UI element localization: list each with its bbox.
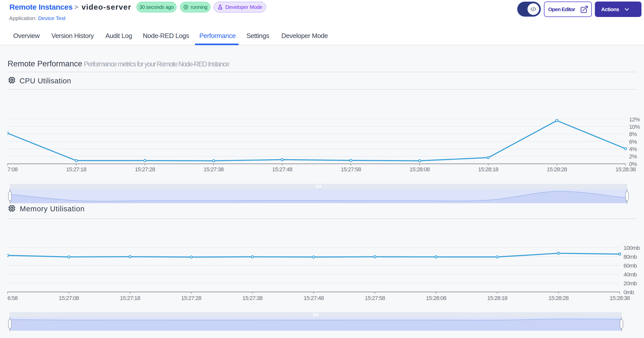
svg-text:6:58: 6:58 [8, 295, 18, 301]
svg-text:15:27:28: 15:27:28 [135, 166, 155, 173]
svg-text:2%: 2% [629, 153, 637, 160]
svg-text:15:28:08: 15:28:08 [409, 166, 430, 173]
svg-text:15:28:38: 15:28:38 [615, 166, 636, 173]
svg-text:10%: 10% [629, 124, 640, 130]
svg-text:7:08: 7:08 [8, 166, 18, 173]
svg-text:60mb: 60mb [623, 262, 637, 269]
svg-text:12%: 12% [629, 116, 640, 123]
svg-text:15:28:08: 15:28:08 [426, 295, 446, 301]
svg-text:15:28:28: 15:28:28 [547, 166, 567, 173]
svg-text:15:27:58: 15:27:58 [365, 295, 385, 301]
svg-text:15:27:48: 15:27:48 [304, 295, 324, 301]
svg-text:100mb: 100mb [623, 245, 640, 251]
svg-text:15:28:18: 15:28:18 [487, 295, 508, 301]
svg-text:6%: 6% [629, 139, 637, 145]
svg-text:15:27:28: 15:27:28 [181, 295, 201, 301]
svg-text:15:28:28: 15:28:28 [549, 295, 569, 301]
svg-text:20mb: 20mb [623, 280, 637, 287]
svg-text:15:27:08: 15:27:08 [59, 295, 79, 301]
svg-text:15:27:18: 15:27:18 [66, 166, 86, 173]
svg-text:0mb: 0mb [623, 289, 634, 295]
svg-text:15:28:18: 15:28:18 [478, 166, 498, 173]
svg-text:40mb: 40mb [623, 271, 637, 278]
svg-text:15:27:18: 15:27:18 [120, 295, 140, 301]
svg-text:15:27:38: 15:27:38 [242, 295, 263, 301]
svg-text:15:27:48: 15:27:48 [272, 166, 292, 173]
svg-text:15:28:38: 15:28:38 [610, 295, 630, 301]
svg-text:80mb: 80mb [623, 254, 637, 260]
svg-text:15:27:38: 15:27:38 [204, 166, 224, 173]
svg-text:4%: 4% [629, 146, 637, 152]
svg-text:8%: 8% [629, 131, 637, 137]
svg-text:15:27:58: 15:27:58 [341, 166, 361, 173]
